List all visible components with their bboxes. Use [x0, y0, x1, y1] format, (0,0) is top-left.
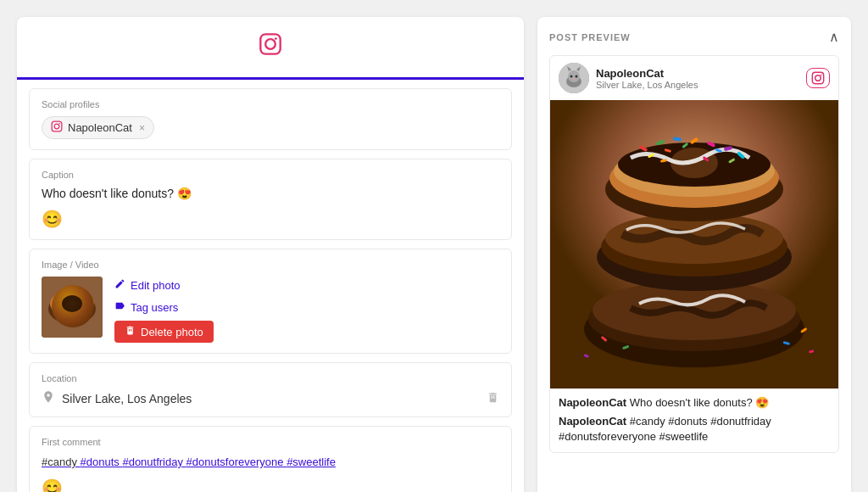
svg-line-11 — [67, 297, 80, 300]
svg-rect-0 — [260, 34, 280, 53]
edit-photo-button[interactable]: Edit photo — [114, 277, 214, 294]
post-image — [550, 100, 838, 389]
profile-tag-name: NapoleonCat — [68, 121, 132, 134]
svg-point-1 — [265, 39, 275, 49]
preview-header: POST PREVIEW ∧ — [549, 29, 839, 45]
platform-header — [17, 17, 524, 80]
svg-point-8 — [50, 290, 94, 317]
image-action-buttons: Edit photo Tag users Delete photo — [114, 277, 214, 343]
profile-tag[interactable]: NapoleonCat × — [42, 116, 154, 139]
svg-point-27 — [821, 75, 822, 76]
social-profiles-section: Social profiles NapoleonCat × — [29, 88, 512, 150]
delete-photo-label: Delete photo — [141, 326, 203, 338]
svg-point-22 — [570, 75, 573, 78]
social-profiles-label: Social profiles — [42, 99, 499, 109]
svg-point-13 — [58, 300, 62, 304]
tag-users-button[interactable]: Tag users — [114, 299, 214, 316]
image-video-label: Image / Video — [42, 260, 499, 270]
remove-profile-button[interactable]: × — [139, 122, 145, 134]
first-comment-section: First comment #candy #donuts #donutfrida… — [29, 426, 512, 492]
tag-icon — [114, 300, 125, 314]
location-pin-icon — [42, 390, 55, 406]
svg-point-24 — [572, 78, 576, 80]
instagram-icon — [259, 32, 282, 62]
svg-point-2 — [275, 37, 277, 40]
first-comment-text: #candy #donuts #donutfriday #donutsforev… — [42, 454, 499, 471]
post-profile-text: NapoleonCat Silver Lake, Los Angeles — [596, 67, 698, 90]
delete-photo-button[interactable]: Delete photo — [114, 321, 214, 343]
post-caption: NapoleonCat Who doesn't like donuts? 😍 — [559, 395, 830, 411]
post-card-header: NapoleonCat Silver Lake, Los Angeles — [550, 56, 838, 100]
post-caption-username: NapoleonCat — [559, 396, 626, 409]
comment-hashtag-sweetlife: #sweetlife — [287, 456, 336, 468]
svg-line-12 — [65, 299, 79, 304]
svg-point-4 — [54, 124, 59, 129]
delete-location-icon[interactable] — [487, 391, 499, 406]
location-row: Silver Lake, Los Angeles — [42, 390, 499, 406]
comment-text-span: #candy — [42, 456, 81, 468]
location-text: Silver Lake, Los Angeles — [62, 392, 192, 405]
comment-emoji-button[interactable]: 😊 — [42, 478, 63, 493]
svg-point-23 — [576, 75, 578, 78]
preview-title: POST PREVIEW — [549, 32, 631, 42]
image-section-content: Edit photo Tag users Delete photo — [42, 277, 499, 343]
post-profile-location: Silver Lake, Los Angeles — [596, 80, 698, 90]
avatar — [559, 63, 589, 93]
post-card-body: NapoleonCat Who doesn't like donuts? 😍 N… — [550, 389, 838, 452]
main-container: Social profiles NapoleonCat × Caption Wh… — [17, 17, 851, 492]
left-panel: Social profiles NapoleonCat × Caption Wh… — [17, 17, 524, 492]
collapse-preview-button[interactable]: ∧ — [829, 29, 839, 45]
post-profile-name: NapoleonCat — [596, 67, 698, 80]
svg-point-7 — [48, 294, 96, 324]
post-platform-icon — [806, 68, 830, 88]
location-label: Location — [42, 373, 499, 383]
post-profile-info: NapoleonCat Silver Lake, Los Angeles — [559, 63, 698, 93]
svg-point-10 — [64, 295, 80, 305]
post-tags: NapoleonCat #candy #donuts #donutfriday#… — [559, 414, 830, 444]
post-caption-text: Who doesn't like donuts? 😍 — [630, 396, 769, 409]
post-tags-username: NapoleonCat — [559, 415, 626, 428]
thumbnail-image — [42, 277, 103, 338]
edit-photo-label: Edit photo — [131, 279, 181, 292]
caption-emoji-button[interactable]: 😊 — [42, 209, 63, 229]
comment-hashtag-donuts: #donuts — [81, 456, 123, 468]
pencil-icon — [114, 278, 125, 292]
post-preview-card: NapoleonCat Silver Lake, Los Angeles — [549, 55, 839, 453]
svg-rect-25 — [812, 72, 823, 83]
svg-point-15 — [74, 294, 77, 297]
trash-icon — [125, 325, 136, 338]
right-panel: POST PREVIEW ∧ — [537, 17, 851, 492]
svg-point-16 — [65, 292, 69, 295]
svg-point-26 — [815, 75, 821, 81]
svg-rect-3 — [52, 121, 62, 131]
tag-users-label: Tag users — [131, 301, 178, 314]
caption-text: Who doesn't like donuts? 😍 — [42, 187, 499, 200]
comment-hashtag-donutsforeveryone: #donutsforeveryone — [186, 456, 287, 468]
caption-label: Caption — [42, 170, 499, 180]
svg-point-5 — [59, 123, 60, 124]
caption-section: Caption Who doesn't like donuts? 😍 😊 — [29, 159, 512, 240]
first-comment-label: First comment — [42, 437, 499, 447]
svg-point-19 — [568, 70, 580, 82]
image-video-section: Image / Video — [29, 249, 512, 354]
comment-hashtag-donutfriday: #donutfriday — [122, 456, 186, 468]
svg-point-14 — [82, 297, 86, 300]
location-value-group: Silver Lake, Los Angeles — [42, 390, 192, 406]
profile-tag-icon — [51, 120, 63, 135]
svg-point-9 — [62, 295, 82, 309]
location-section: Location Silver Lake, Los Angeles — [29, 362, 512, 417]
